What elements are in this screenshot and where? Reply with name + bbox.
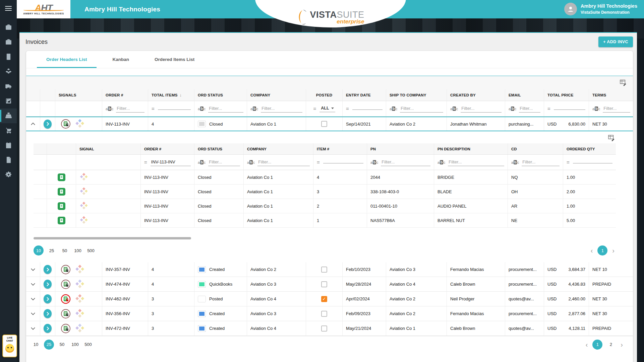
open-invoice-button[interactable] [44, 280, 52, 289]
detail-horizontal-scrollbar[interactable] [34, 237, 191, 239]
col-total-items[interactable]: TOTAL ITEMS↓ [148, 89, 194, 101]
tag-diamonds-icon[interactable] [79, 216, 88, 225]
sidebar-item-purchasing[interactable] [0, 123, 17, 138]
col-entry-date[interactable]: ENTRY DATE [343, 89, 386, 101]
tag-diamonds-icon[interactable] [75, 265, 85, 275]
posted-checkbox-checked[interactable] [321, 296, 327, 302]
page-size-option[interactable]: 10 [31, 340, 41, 350]
dcol-pn[interactable]: PN [367, 143, 434, 154]
detail-pn-filter-input[interactable]: Filter... [381, 159, 430, 166]
tag-diamonds-icon[interactable] [79, 202, 88, 210]
email-filter-input[interactable]: Filter... [519, 105, 540, 113]
tab-order-headers-list[interactable]: Order Headers List [34, 51, 100, 68]
page-number-current[interactable]: 1 [592, 340, 602, 350]
dcol-status[interactable]: ORD STATUS [194, 143, 244, 154]
col-email[interactable]: EMAIL [505, 89, 544, 101]
invoice-signal-icon[interactable] [61, 309, 71, 319]
item-document-button[interactable] [57, 188, 66, 196]
invoice-row[interactable]: INV-462-INV 3 Posted Aviation Co 4 Apr/0… [26, 292, 633, 306]
posted-checkbox[interactable] [321, 311, 327, 317]
prev-page-icon[interactable]: ‹ [584, 341, 589, 348]
tab-ordered-items-list[interactable]: Ordered Items List [142, 51, 207, 68]
tag-diamonds-icon[interactable] [75, 323, 85, 334]
sidebar-item-reports[interactable] [0, 153, 17, 167]
sidebar-item-company[interactable] [0, 50, 17, 64]
col-company[interactable]: COMPANY [247, 89, 306, 101]
col-posted[interactable]: POSTED [306, 89, 343, 101]
tag-diamonds-icon[interactable] [79, 187, 88, 196]
sidebar-item-orders[interactable] [0, 94, 17, 108]
expand-row-icon[interactable] [31, 327, 35, 330]
detail-item-row[interactable]: INV-113-INV Closed Aviation Co 1 4 2044 … [34, 170, 616, 185]
posted-checkbox[interactable] [321, 281, 327, 287]
posted-checkbox[interactable] [321, 121, 327, 127]
price-filter-input[interactable] [554, 107, 585, 110]
hamburger-menu-icon[interactable] [5, 5, 12, 12]
invoice-row[interactable]: INV-113-INV 4 Closed Aviation Co 1 Sep/1… [26, 117, 633, 131]
invoice-row[interactable]: INV-357-INV 4 Created Aviation Co 2 Feb/… [26, 262, 633, 277]
add-invoice-button[interactable]: + ADD INVC [598, 37, 633, 47]
tag-diamonds-icon[interactable] [75, 119, 85, 129]
item-document-button[interactable] [57, 173, 66, 182]
dcol-cd[interactable]: CD [508, 143, 563, 154]
status-filter-input[interactable]: Filter... [208, 105, 243, 113]
sidebar-item-invoices[interactable] [0, 108, 17, 123]
column-chooser-edit-icon[interactable] [620, 79, 627, 86]
terms-filter-input[interactable]: Filter... [603, 105, 630, 113]
detail-cd-filter-input[interactable]: Filter... [522, 159, 560, 166]
page-number[interactable]: 2 [606, 340, 616, 350]
dcol-order[interactable]: ORDER # [141, 143, 194, 154]
open-invoice-button[interactable] [44, 265, 52, 274]
tab-kanban[interactable]: Kanban [100, 51, 142, 68]
open-invoice-button[interactable] [44, 309, 52, 318]
page-size-option[interactable]: 25 [47, 245, 57, 256]
detail-item-row[interactable]: INV-113-INV Closed Aviation Co 1 2 011-0… [34, 199, 616, 213]
page-size-option[interactable]: 500 [83, 340, 93, 350]
expand-row-icon[interactable] [31, 312, 35, 315]
tag-diamonds-icon[interactable] [79, 173, 88, 182]
open-invoice-button[interactable] [44, 294, 52, 303]
open-invoice-button[interactable] [44, 120, 52, 129]
detail-item-row[interactable]: INV-113-INV Closed Aviation Co 1 1 NAS57… [34, 213, 616, 228]
company-filter-input[interactable]: Filter... [261, 105, 302, 113]
sidebar-item-shipping[interactable] [0, 79, 17, 94]
invoice-row[interactable]: INV-472-INV 3 Created Aviation Co 4 May/… [26, 321, 633, 336]
created-by-filter-input[interactable]: Filter... [461, 105, 502, 113]
page-size-option[interactable]: 500 [86, 245, 96, 256]
col-order[interactable]: ORDER # [102, 89, 148, 101]
detail-status-filter-input[interactable]: Filter... [208, 159, 240, 166]
live-chat-widget[interactable]: LIVECHAT [2, 335, 17, 357]
invoice-signal-icon[interactable] [61, 119, 71, 129]
col-total-price[interactable]: TOTAL PRICE [544, 89, 589, 101]
item-document-button[interactable] [57, 216, 66, 225]
dcol-signal[interactable]: SIGNAL [76, 143, 141, 154]
company-logo[interactable]: AHT AMBRY HILL TECHNOLOGIES [17, 0, 70, 18]
dcol-item[interactable]: ITEM # [313, 143, 367, 154]
avatar[interactable] [564, 3, 577, 15]
sidebar-item-scheduling[interactable] [0, 138, 17, 153]
user-account[interactable]: Ambry Hill Technologies VistaSuite Demon… [564, 3, 637, 15]
expand-row-icon[interactable] [31, 268, 35, 271]
prev-page-icon[interactable]: ‹ [589, 247, 594, 254]
detail-qty-filter-input[interactable] [573, 161, 612, 163]
page-size-option[interactable]: 50 [60, 245, 70, 256]
next-page-icon[interactable]: › [619, 341, 624, 348]
page-number[interactable]: 1 [597, 245, 607, 256]
posted-checkbox[interactable] [321, 325, 327, 332]
detail-company-filter-input[interactable]: Filter... [257, 159, 310, 166]
detail-item-row[interactable]: INV-113-INV Closed Aviation Co 1 3 338-1… [34, 185, 616, 199]
expand-row-icon[interactable] [31, 298, 35, 300]
col-ord-status[interactable]: ORD STATUS [194, 89, 247, 101]
detail-pn-desc-filter-input[interactable]: Filter... [448, 159, 504, 166]
tag-diamonds-icon[interactable] [75, 279, 85, 289]
page-size-option[interactable]: 50 [57, 340, 67, 350]
col-terms[interactable]: TERMS [589, 89, 633, 101]
entry-date-filter-input[interactable] [352, 107, 383, 110]
expand-row-icon[interactable] [31, 283, 35, 286]
tag-diamonds-icon[interactable] [75, 294, 85, 304]
tag-diamonds-icon[interactable] [75, 309, 85, 319]
invoice-signal-icon[interactable] [61, 279, 71, 289]
posted-filter-select[interactable]: ALL [319, 105, 335, 112]
col-ship-to[interactable]: SHIP TO COMPANY [386, 89, 447, 101]
item-document-button[interactable] [57, 202, 66, 210]
